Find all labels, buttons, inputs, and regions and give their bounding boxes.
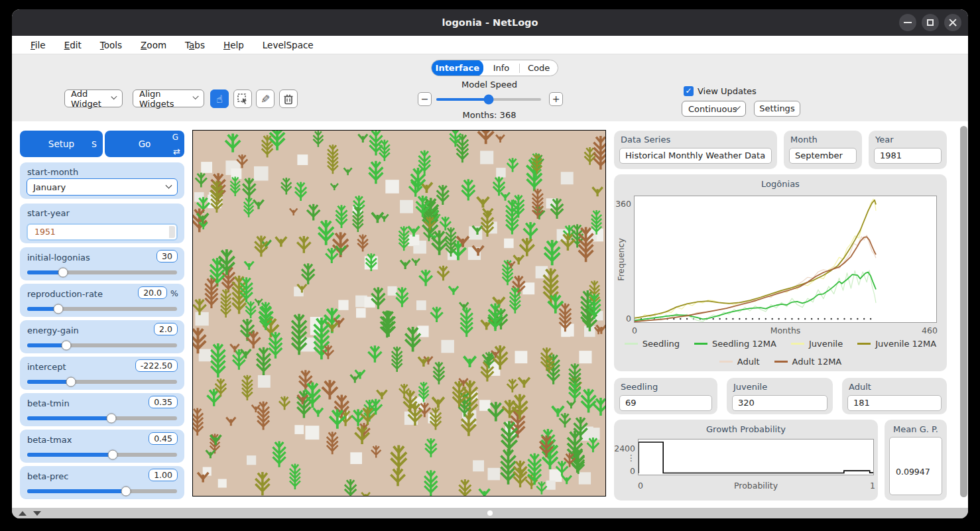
slider-thumb[interactable]	[58, 267, 68, 277]
slider-control[interactable]	[27, 377, 177, 386]
monitor-month: Month September	[784, 131, 862, 169]
menu-tools[interactable]: Tools	[91, 36, 131, 54]
setup-button[interactable]: Setup S	[20, 131, 103, 157]
y-axis-min: 0	[614, 466, 635, 476]
start-year-value: 1951	[34, 227, 56, 237]
monitor-data-series: Data Series Historical Monthly Weather D…	[614, 131, 777, 169]
maximize-button[interactable]	[922, 14, 939, 31]
settings-button[interactable]: Settings	[754, 101, 800, 117]
slider-value-box: 0.45	[149, 432, 178, 445]
start-year-widget: start-year 1951	[20, 204, 184, 243]
scrollbar-dot[interactable]	[487, 510, 493, 516]
monitor-value: 320	[732, 395, 827, 411]
slider-thumb[interactable]	[66, 377, 76, 386]
slider-value-box: -222.50	[135, 359, 178, 372]
add-widget-select[interactable]: Add Widget	[64, 89, 123, 107]
monitor-value: September	[789, 148, 857, 164]
interface-canvas: Setup S Go G ⇄ start-month January start…	[12, 121, 968, 508]
slider-value-box: 2.0	[154, 323, 178, 335]
slider-control[interactable]	[27, 413, 177, 423]
tab-code[interactable]: Code	[520, 60, 558, 76]
speed-slider-thumb[interactable]	[484, 94, 494, 104]
window-title: logonia - NetLogo	[12, 9, 968, 36]
netlogo-window: logonia - NetLogo File Edit Tools Zoom T…	[12, 9, 968, 518]
speed-plus-button[interactable]: +	[549, 92, 563, 106]
menu-edit[interactable]: Edit	[55, 36, 91, 54]
slider-thumb[interactable]	[107, 449, 117, 459]
mean-gp-label: Mean G. P.	[885, 424, 947, 434]
view-updates-label: View Updates	[698, 86, 757, 96]
title-bar[interactable]: logonia - NetLogo	[12, 9, 968, 36]
start-year-input[interactable]: 1951	[27, 223, 178, 241]
slider-beta-tmin: beta-tmin 0.35	[20, 393, 184, 426]
menu-help[interactable]: Help	[214, 36, 253, 54]
plot-title: Growth Probability	[614, 424, 878, 434]
slider-thumb[interactable]	[54, 304, 64, 314]
menu-levelspace[interactable]: LevelSpace	[253, 36, 323, 54]
slider-initial-logonias: initial-logonias 30	[20, 247, 184, 280]
window-controls	[899, 14, 961, 31]
tab-info[interactable]: Info	[483, 60, 520, 76]
x-axis-label: Probability	[638, 481, 874, 491]
monitor-value: 1981	[874, 148, 942, 164]
growth-probability-chart	[639, 440, 873, 475]
speed-minus-button[interactable]: −	[418, 92, 432, 106]
maximize-icon	[927, 19, 934, 26]
slider-intercept: intercept -222.50	[20, 357, 184, 390]
update-mode-select[interactable]: Continuous	[682, 101, 746, 117]
slider-thumb[interactable]	[61, 340, 71, 350]
slider-control[interactable]	[27, 304, 177, 314]
chevron-down-icon	[166, 182, 172, 188]
select-tool-button[interactable]	[233, 89, 252, 108]
vertical-scrollbar-thumb[interactable]	[960, 126, 967, 497]
legend-row-1: Seedling Seedling 12MA Juvenile Juvenile…	[614, 339, 947, 349]
monitor-value: 69	[619, 395, 712, 411]
horizontal-scrollbar[interactable]	[12, 508, 968, 518]
mean-gp-value: 0.09947	[896, 467, 930, 477]
setup-label: Setup	[20, 131, 103, 157]
monitor-value: Historical Monthly Weather Data	[619, 148, 772, 164]
menu-zoom[interactable]: Zoom	[131, 36, 176, 54]
start-month-select[interactable]: January	[27, 178, 178, 196]
monitor-adult: Adult 181	[842, 378, 947, 414]
slider-value-box: 30	[156, 250, 178, 263]
add-widget-label: Add Widget	[71, 89, 112, 109]
slider-control[interactable]	[27, 449, 177, 459]
legend-swatch	[719, 361, 733, 363]
delete-tool-button[interactable]	[279, 89, 298, 108]
update-mode-value: Continuous	[688, 104, 737, 114]
interact-tool-button[interactable]: ☝	[210, 89, 229, 108]
edit-tool-button[interactable]: ✎	[256, 89, 275, 108]
slider-value-box: 20.0	[138, 286, 167, 299]
scroll-up-arrow-icon[interactable]	[19, 511, 27, 516]
vertical-scrollbar[interactable]	[960, 126, 967, 497]
menu-file[interactable]: File	[21, 36, 55, 54]
legend-seedling: Seedling	[625, 339, 680, 349]
go-button[interactable]: Go G ⇄	[105, 131, 184, 157]
y-axis-label: Frequency	[616, 233, 626, 286]
menu-tabs[interactable]: Tabs	[176, 36, 214, 54]
slider-control[interactable]	[27, 267, 177, 277]
tab-interface[interactable]: Interface	[432, 60, 483, 76]
legend-adult-12ma: Adult 12MA	[774, 357, 842, 367]
close-button[interactable]	[944, 14, 961, 31]
slider-energy-gain: energy-gain 2.0	[20, 320, 184, 353]
scroll-down-arrow-icon[interactable]	[33, 511, 41, 516]
setup-shortcut: S	[92, 139, 97, 149]
main-tabs: Interface Info Code	[431, 60, 558, 76]
view-updates-checkbox[interactable]: ✓	[684, 86, 694, 96]
input-scroll-strip[interactable]	[169, 226, 175, 238]
slider-thumb[interactable]	[106, 413, 116, 423]
align-widgets-select[interactable]: Align Widgets	[133, 89, 204, 107]
model-speed-slider[interactable]	[436, 92, 541, 106]
slider-control[interactable]	[27, 340, 177, 350]
minimize-button[interactable]	[899, 14, 916, 31]
slider-thumb[interactable]	[121, 486, 131, 496]
slider-beta-prec: beta-prec 1.00	[20, 466, 184, 499]
growth-probability-plot-widget: Growth Probability 2400 ⋮ 0 0 Probabilit…	[614, 420, 878, 501]
legend-adult: Adult	[719, 357, 760, 367]
x-axis-label: Months	[634, 325, 937, 335]
slider-control[interactable]	[27, 486, 177, 496]
world-view[interactable]	[192, 130, 606, 497]
legend-juvenile-12ma: Juvenile 12MA	[857, 339, 936, 349]
